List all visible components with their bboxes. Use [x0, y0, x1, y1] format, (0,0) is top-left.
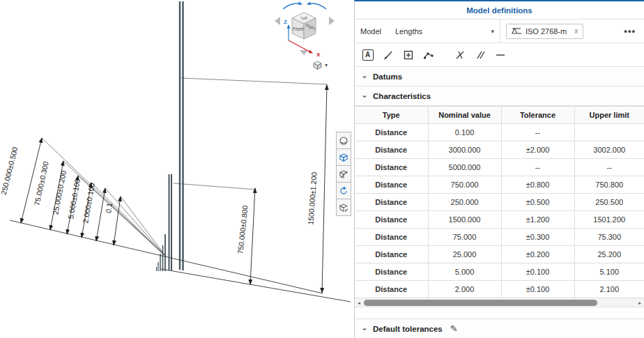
table-row[interactable]: Distance75.000±0.30075.300: [355, 229, 644, 246]
section-characteristics[interactable]: ⌄ Characteristics: [355, 86, 644, 106]
note-tool-button[interactable]: A: [359, 46, 376, 63]
table-row[interactable]: Distance25.000±0.20025.200: [355, 246, 644, 263]
cell-upper-limit[interactable]: 2.100: [574, 281, 644, 298]
horizontal-scrollbar[interactable]: ◂ ▸: [355, 298, 644, 307]
dimension-label: 0.1: [104, 202, 114, 213]
cell-tolerance[interactable]: ±1.200: [501, 211, 574, 229]
cell-nominal[interactable]: 5.000: [428, 263, 501, 281]
cell-tolerance[interactable]: --: [501, 124, 574, 141]
scroll-right-icon[interactable]: ▸: [636, 298, 644, 307]
view-options-cube-icon: [312, 60, 323, 70]
section-view-button[interactable]: [336, 165, 351, 183]
parallelism-tool-button[interactable]: [471, 46, 489, 63]
standard-chip[interactable]: ISO 2768-m x: [506, 24, 583, 39]
table-row[interactable]: Distance3000.000±2.0003002.000: [355, 141, 644, 159]
pan-down-arrow-icon[interactable]: [300, 50, 308, 55]
table-row[interactable]: Distance750.000±0.800750.800: [355, 176, 644, 194]
cell-nominal[interactable]: 3000.000: [428, 141, 501, 159]
shaded-view-button[interactable]: [336, 132, 351, 149]
drawing-canvas[interactable]: 250.000±0.500 75.000±0.300 25.000±0.200 …: [0, 0, 354, 338]
edit-icon[interactable]: ✎: [450, 323, 458, 334]
cell-type[interactable]: Distance: [355, 124, 428, 141]
cell-upper-limit[interactable]: 25.200: [574, 246, 644, 263]
cell-upper-limit[interactable]: 750.800: [574, 176, 644, 194]
chevron-down-icon: ⌄: [361, 323, 368, 332]
divider: [500, 20, 500, 43]
cell-nominal[interactable]: 750.000: [428, 176, 501, 194]
cell-nominal[interactable]: 1500.000: [428, 211, 501, 229]
cell-type[interactable]: Distance: [355, 281, 428, 298]
leader-tool-button[interactable]: [379, 46, 397, 63]
angle-tool-button[interactable]: [451, 46, 468, 63]
cell-upper-limit[interactable]: 250.500: [574, 194, 644, 211]
cell-type[interactable]: Distance: [355, 246, 428, 263]
model-select-dropdown[interactable]: Lengths ▾: [392, 25, 497, 38]
cell-tolerance[interactable]: --: [501, 159, 574, 176]
rotate-left-arrow-icon[interactable]: [283, 3, 302, 9]
view-options-button[interactable]: ▾: [311, 59, 336, 71]
annotation-views-icon: [339, 203, 348, 213]
section-datums-label: Datums: [373, 72, 402, 81]
cell-tolerance[interactable]: ±0.200: [501, 246, 574, 263]
cell-nominal[interactable]: 5000.000: [428, 159, 501, 176]
table-row[interactable]: Distance250.000±0.500250.500: [355, 194, 644, 211]
cell-type[interactable]: Distance: [355, 141, 428, 159]
cell-tolerance[interactable]: ±0.100: [501, 281, 574, 298]
pan-right-arrow-icon[interactable]: [329, 17, 335, 25]
shaded-view-icon: [339, 136, 348, 146]
close-icon[interactable]: x: [574, 27, 578, 35]
visibility-button[interactable]: [336, 148, 351, 166]
scrollbar-thumb[interactable]: [364, 300, 597, 306]
dimension-label: 1500.000±1.200: [306, 171, 318, 225]
cell-type[interactable]: Distance: [355, 211, 428, 229]
refresh-view-button[interactable]: [336, 182, 351, 199]
cell-upper-limit[interactable]: 5.100: [574, 263, 644, 281]
cell-nominal[interactable]: 75.000: [428, 229, 501, 246]
cell-tolerance[interactable]: ±2.000: [501, 141, 574, 159]
cell-type[interactable]: Distance: [355, 176, 428, 194]
cell-upper-limit[interactable]: 75.300: [574, 229, 644, 246]
section-default-tolerances[interactable]: ⌄ Default tolerances ✎: [355, 318, 644, 338]
dimension-lines: [21, 85, 327, 293]
datum-target-tool-button[interactable]: [399, 46, 417, 63]
pan-left-arrow-icon[interactable]: [275, 17, 280, 25]
cell-nominal[interactable]: 25.000: [428, 246, 501, 263]
cell-upper-limit[interactable]: [574, 124, 644, 141]
x-axis-label: X: [316, 52, 321, 58]
connected-points-tool-button[interactable]: [420, 46, 437, 63]
straightness-tool-button[interactable]: [491, 46, 509, 63]
cell-type[interactable]: Distance: [355, 229, 428, 246]
cell-nominal[interactable]: 0.100: [428, 124, 501, 141]
annotation-views-button[interactable]: [336, 199, 351, 216]
cell-type[interactable]: Distance: [355, 159, 428, 176]
table-row[interactable]: Distance5.000±0.1005.100: [355, 263, 644, 281]
chevron-down-icon: ⌄: [361, 90, 368, 100]
visibility-cube-icon: [339, 153, 348, 162]
standard-chip-label: ISO 2768-m: [526, 27, 567, 36]
cell-nominal[interactable]: 2.000: [428, 281, 501, 298]
table-row[interactable]: Distance2.000±0.1002.100: [355, 281, 644, 298]
cell-tolerance[interactable]: ±0.100: [501, 263, 574, 281]
scroll-left-icon[interactable]: ◂: [355, 298, 363, 307]
cell-tolerance[interactable]: ±0.500: [501, 194, 574, 211]
rotate-right-arrow-icon[interactable]: [307, 3, 326, 9]
cell-nominal[interactable]: 250.000: [428, 194, 501, 211]
table-row[interactable]: Distance0.100--: [355, 124, 644, 141]
gdt-toolbar: A: [355, 43, 644, 67]
cell-upper-limit[interactable]: 3002.000: [574, 141, 644, 159]
cell-upper-limit[interactable]: 1501.200: [574, 211, 644, 229]
view-cube[interactable]: Top Front Right Z X: [275, 3, 335, 58]
viewport[interactable]: 250.000±0.500 75.000±0.300 25.000±0.200 …: [0, 0, 354, 338]
table-row[interactable]: Distance1500.000±1.2001501.200: [355, 211, 644, 229]
col-header-upper-limit: Upper limit: [574, 107, 644, 124]
cell-upper-limit[interactable]: --: [574, 159, 644, 176]
table-row[interactable]: Distance5000.000----: [355, 159, 644, 176]
cell-tolerance[interactable]: ±0.300: [501, 229, 574, 246]
cell-type[interactable]: Distance: [355, 194, 428, 211]
cell-tolerance[interactable]: ±0.800: [501, 176, 574, 194]
cell-type[interactable]: Distance: [355, 263, 428, 281]
overflow-menu-button[interactable]: •••: [621, 26, 638, 36]
dimension-label: 75.000±0.300: [33, 160, 50, 206]
section-datums[interactable]: ⌄ Datums: [355, 67, 644, 86]
col-header-type: Type: [355, 107, 428, 124]
